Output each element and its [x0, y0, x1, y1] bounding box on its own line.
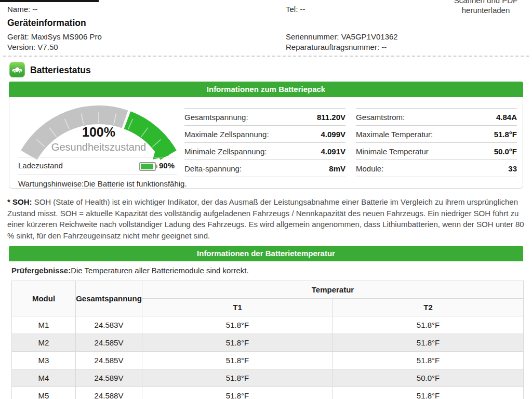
table-row: M5 24.588V 51.8°F 51.8°F: [12, 387, 524, 399]
col-header-t1: T1: [142, 299, 333, 316]
metric-label: Module:: [356, 164, 383, 173]
col-header-module: Modul: [12, 281, 76, 316]
table-header-row: Modul Gesamtspannung Temperatur: [12, 281, 524, 299]
cell-module: M5: [12, 387, 76, 399]
metric-label: Gesamtspannung:: [184, 113, 248, 122]
temperature-table: Modul Gesamtspannung Temperatur T1 T2 M1…: [11, 281, 524, 399]
charge-percent: 90%: [159, 161, 175, 170]
metric-row: Module: 33: [356, 160, 517, 177]
scan-download-button[interactable]: Scannen und PDF herunterladen: [434, 0, 532, 15]
metric-value: 811.20V: [317, 113, 345, 122]
battery-fill: [141, 164, 153, 169]
repair-order-number: Reparaturauftragsnummer: --: [286, 43, 387, 51]
device-model: Gerät: MaxiSys MS906 Pro: [7, 32, 102, 41]
soh-explanation-label: * SOH:: [7, 197, 32, 206]
scan-download-line1: Scannen und PDF: [434, 0, 532, 5]
battery-charge-icon: [139, 162, 156, 171]
table-row: M2 24.585V 51.8°F 51.8°F: [12, 334, 524, 352]
serial-number: Seriennummer: VA5GP1V01362: [286, 32, 398, 41]
car-icon: [11, 63, 23, 76]
cell-t2: 51.8°F: [333, 334, 524, 352]
battery-cap: [156, 165, 157, 168]
cell-voltage: 24.585V: [76, 334, 142, 352]
cell-module: M4: [12, 369, 76, 387]
cell-t2: 50.0°F: [333, 369, 524, 387]
test-result-label: Prüfergebnisse:: [11, 266, 71, 275]
soh-gauge: 100% Gesundheitszustand: [16, 100, 187, 165]
charge-state-label: Ladezustand: [18, 161, 63, 170]
battery-status-car-icon: [9, 62, 25, 77]
test-result-text: Die Temperaturen aller Batteriemodule si…: [71, 266, 248, 275]
customer-tel: Tel: --: [286, 5, 305, 14]
cell-t2: 51.8°F: [333, 352, 524, 369]
metric-value: 4.099V: [321, 130, 345, 139]
metric-row: Gesamtspannung: 811.20V: [184, 109, 345, 126]
cell-voltage: 24.589V: [76, 369, 142, 387]
soh-explanation-text: SOH (State of Health) ist ein wichtiger …: [7, 197, 524, 240]
metric-label: Gesamtstrom:: [356, 113, 405, 122]
soh-explanation: * SOH: SOH (State of Health) ist ein wic…: [7, 196, 526, 241]
metric-label: Delta-spannung:: [184, 164, 242, 173]
metric-label: Maximale Temperatur:: [356, 130, 433, 139]
metric-row: Gesamtstrom: 4.84A: [356, 109, 517, 126]
table-row: M3 24.585V 51.8°F 51.8°F: [12, 352, 524, 369]
metric-label: Minimale Zellspannung:: [184, 147, 267, 156]
pack-metrics-col1: Gesamtspannung: 811.20V Maximale Zellspa…: [184, 108, 345, 177]
metric-value: 33: [508, 164, 517, 173]
cell-module: M1: [12, 316, 76, 334]
device-info-title: Geräteinformation: [7, 18, 86, 29]
soh-label: Gesundheitszustand: [51, 141, 146, 153]
col-header-voltage: Gesamtspannung: [76, 281, 142, 316]
metric-row: Maximale Temperatur: 51.8°F: [356, 126, 517, 143]
pack-metrics-col2: Gesamtstrom: 4.84A Maximale Temperatur: …: [356, 108, 517, 177]
metric-row: Minimale Temperatur 50.0°F: [356, 143, 517, 160]
metric-value: 50.0°F: [494, 147, 517, 156]
cell-module: M3: [12, 352, 76, 369]
metric-row: Delta-spannung: 8mV: [184, 160, 345, 177]
metric-label: Minimale Temperatur: [356, 147, 429, 156]
cell-t1: 51.8°F: [142, 352, 333, 369]
battery-report-page: Name: -- Tel: -- Scannen und PDF herunte…: [0, 0, 532, 399]
table-row: M1 24.583V 51.8°F 51.8°F: [12, 316, 524, 334]
customer-name: Name: --: [7, 5, 37, 14]
maintenance-note: Wartungshinweise:Die Batterie ist funkti…: [18, 179, 187, 188]
cell-t1: 51.8°F: [142, 387, 333, 399]
metric-row: Maximale Zellspannung: 4.099V: [184, 126, 345, 143]
cell-t2: 51.8°F: [333, 387, 524, 399]
metric-label: Maximale Zellspannung:: [184, 130, 269, 139]
metric-value: 8mV: [329, 164, 345, 173]
cell-voltage: 24.585V: [76, 352, 142, 369]
metric-value: 4.84A: [496, 113, 517, 122]
section-divider: [3, 56, 529, 57]
gauge-divider-bottom: [18, 175, 177, 175]
cell-module: M2: [12, 334, 76, 352]
col-header-t2: T2: [333, 299, 524, 316]
soh-percent: 100%: [82, 125, 115, 139]
table-row: M4 24.589V 51.8°F 50.0°F: [12, 369, 524, 387]
cell-t1: 51.8°F: [142, 369, 333, 387]
gauge-divider-top: [18, 157, 177, 157]
metric-value: 4.091V: [321, 147, 345, 156]
pack-panel-header: Informationen zum Batteriepack: [9, 82, 523, 97]
cell-t1: 51.8°F: [142, 334, 333, 352]
battery-status-title: Batteriestatus: [30, 65, 91, 76]
cell-t2: 51.8°F: [333, 316, 524, 334]
software-version: Version: V7.50: [7, 43, 58, 51]
cell-voltage: 24.588V: [76, 387, 142, 399]
scan-download-line2: herunterladen: [434, 5, 532, 15]
cell-voltage: 24.583V: [76, 316, 142, 334]
cell-t1: 51.8°F: [142, 316, 333, 334]
top-edge-bar: [0, 0, 99, 2]
temperature-panel-header: Informationen der Batterietemperatur: [9, 246, 523, 261]
metric-value: 51.8°F: [494, 130, 517, 139]
col-header-temperature: Temperatur: [142, 281, 524, 299]
test-result-line: Prüfergebnisse:Die Temperaturen aller Ba…: [11, 266, 249, 275]
metric-row: Minimale Zellspannung: 4.091V: [184, 143, 345, 160]
